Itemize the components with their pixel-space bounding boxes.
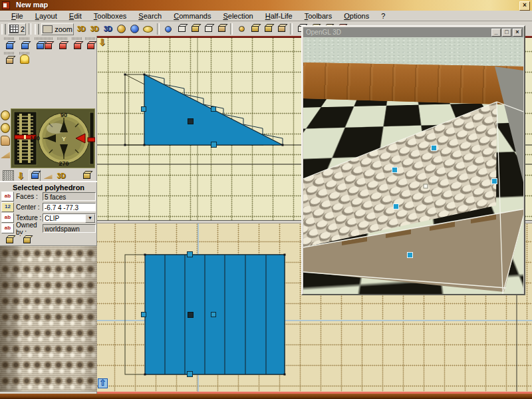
3d-mode-button[interactable]: 3D bbox=[55, 170, 67, 182]
3d-window-button[interactable]: 3D bbox=[75, 23, 87, 35]
face-pick-button[interactable] bbox=[189, 23, 201, 35]
minimize-icon[interactable]: _ bbox=[491, 29, 501, 37]
blue-cube-icon bbox=[6, 43, 13, 49]
wedge-icon[interactable] bbox=[1, 148, 10, 158]
player-start-ghost-icon bbox=[20, 55, 29, 64]
cube-solid-button[interactable] bbox=[275, 23, 287, 35]
blue-cube-mode-button[interactable] bbox=[29, 170, 41, 182]
zoom-button[interactable]: zoom bbox=[41, 23, 74, 35]
3d-fullscreen-button[interactable]: 3D bbox=[102, 23, 114, 35]
opengl-title-bar[interactable]: OpenGL 3D _ □ × bbox=[303, 27, 523, 37]
entity-red-cube-4-button[interactable] bbox=[84, 37, 97, 51]
faces-label: Faces : bbox=[16, 193, 43, 200]
entity-red-cube-3-button[interactable] bbox=[70, 37, 84, 51]
grid-size-icon bbox=[9, 25, 19, 33]
vertex-pin-button[interactable] bbox=[162, 23, 174, 35]
down-arrow-icon: ⇩ bbox=[17, 172, 25, 180]
face-pick-icon bbox=[192, 26, 199, 32]
texture-preview[interactable] bbox=[0, 245, 97, 392]
toolbar-grip[interactable] bbox=[1, 24, 6, 35]
panel-row-owned-by: ab Owned by : worldspawn bbox=[1, 223, 96, 233]
dither-mode-button[interactable] bbox=[1, 170, 15, 182]
poly-cube-2-button[interactable] bbox=[21, 234, 33, 246]
gold-cube-icon bbox=[6, 237, 13, 243]
compass-widget[interactable]: Y 90 180 270 bbox=[11, 108, 95, 168]
3d-window-2-button[interactable]: 3D bbox=[88, 23, 100, 35]
menu-toolbars[interactable]: Toolbars bbox=[299, 11, 338, 21]
title-bar[interactable]: New map × bbox=[0, 0, 532, 11]
wireframe-cube-button[interactable] bbox=[202, 23, 214, 35]
menu-bar: File Layout Edit Toolboxes Search Comman… bbox=[0, 11, 532, 21]
text-field-icon[interactable]: ab bbox=[1, 192, 14, 201]
vertex-pin-icon bbox=[165, 26, 172, 33]
tan-cube-icon bbox=[6, 58, 13, 64]
vertices-mode-icon bbox=[239, 26, 245, 32]
camera-ball-button[interactable] bbox=[115, 23, 127, 35]
edge-pin-button[interactable] bbox=[176, 23, 188, 35]
grid-size-button[interactable]: 2 bbox=[8, 23, 26, 35]
vertices-mode-button[interactable] bbox=[235, 23, 247, 35]
toolbar-separator bbox=[29, 23, 31, 35]
entity-blue-cube-1-button[interactable] bbox=[3, 37, 16, 51]
entity-red-cube-1-button[interactable] bbox=[41, 37, 55, 51]
cube-gold-button[interactable] bbox=[249, 23, 261, 35]
camera-ball-icon bbox=[117, 25, 126, 33]
blue-cube-icon bbox=[21, 43, 29, 49]
opengl-window[interactable]: OpenGL 3D _ □ × bbox=[301, 25, 525, 295]
menu-options[interactable]: Options bbox=[338, 11, 375, 21]
gold-disc-icon[interactable] bbox=[1, 110, 10, 120]
menu-file[interactable]: File bbox=[5, 11, 29, 21]
window-bottom-border bbox=[0, 394, 532, 399]
faces-value: 5 faces bbox=[43, 192, 96, 201]
menu-help[interactable]: ? bbox=[375, 11, 391, 21]
poly-cube-button[interactable] bbox=[3, 234, 15, 246]
gold-disc-2-icon[interactable] bbox=[1, 123, 10, 133]
compass-label-270: 270 bbox=[59, 160, 68, 167]
menu-half-life[interactable]: Half-Life bbox=[259, 11, 299, 21]
compass-svg: Y 90 180 270 bbox=[11, 108, 95, 168]
hand-icon[interactable] bbox=[1, 136, 10, 146]
flat-wedge-mode-button[interactable] bbox=[42, 170, 54, 182]
center-label: Center : bbox=[16, 203, 43, 211]
down-arrow-button[interactable]: ⇩ bbox=[15, 170, 27, 182]
view-link-up-arrow-icon[interactable]: ⇧ bbox=[98, 378, 108, 388]
chevron-down-icon[interactable]: ▼ bbox=[85, 214, 95, 223]
close-icon[interactable]: × bbox=[513, 29, 522, 37]
entity-red-cube-2-button[interactable] bbox=[56, 37, 69, 51]
menu-commands[interactable]: Commands bbox=[168, 11, 217, 21]
view-link-down-arrow-icon[interactable]: ⇩ bbox=[98, 38, 106, 47]
red-cube-icon bbox=[74, 43, 81, 49]
text-field-icon[interactable]: ab bbox=[1, 223, 14, 233]
center-input[interactable]: -6.7 4 -77.3 bbox=[43, 203, 96, 211]
app-icon[interactable] bbox=[2, 1, 10, 9]
texture-dropdown[interactable]: CLIP▼ bbox=[43, 213, 96, 222]
entity-tan-cube-button[interactable] bbox=[3, 52, 16, 65]
menu-toolboxes[interactable]: Toolboxes bbox=[88, 11, 133, 21]
side-slider-handle[interactable] bbox=[88, 138, 95, 142]
entity-blue-cube-2-button[interactable] bbox=[18, 37, 31, 51]
menu-layout[interactable]: Layout bbox=[29, 11, 63, 21]
texture-disc-button[interactable] bbox=[142, 23, 154, 35]
owned-by-value: worldspawn bbox=[43, 224, 96, 233]
menu-edit[interactable]: Edit bbox=[63, 11, 88, 21]
selected-wedge-3d[interactable] bbox=[303, 37, 523, 294]
text-field-icon[interactable]: ab bbox=[1, 213, 14, 223]
gold-cube-icon bbox=[83, 173, 90, 179]
menu-selection[interactable]: Selection bbox=[217, 11, 259, 21]
gold-cube-mode-button[interactable] bbox=[80, 170, 92, 182]
menu-search[interactable]: Search bbox=[132, 11, 168, 21]
toolbar-grip[interactable] bbox=[35, 24, 39, 35]
cube-center-button[interactable] bbox=[262, 23, 274, 35]
3d-window-icon: 3D bbox=[77, 25, 86, 33]
opengl-viewport[interactable] bbox=[303, 37, 523, 294]
zoom-label: zoom bbox=[55, 25, 72, 33]
maximize-icon[interactable]: □ bbox=[502, 29, 511, 37]
paint-ball-button[interactable] bbox=[128, 23, 140, 35]
number-field-icon[interactable]: 12 bbox=[1, 202, 14, 212]
cube-gold-icon bbox=[251, 26, 259, 32]
player-start-button[interactable] bbox=[18, 52, 31, 65]
close-icon[interactable]: × bbox=[519, 1, 530, 11]
toolbar-separator bbox=[230, 23, 233, 35]
textured-cube-button[interactable] bbox=[215, 23, 227, 35]
app-window: New map × File Layout Edit Toolboxes Sea… bbox=[0, 0, 532, 399]
